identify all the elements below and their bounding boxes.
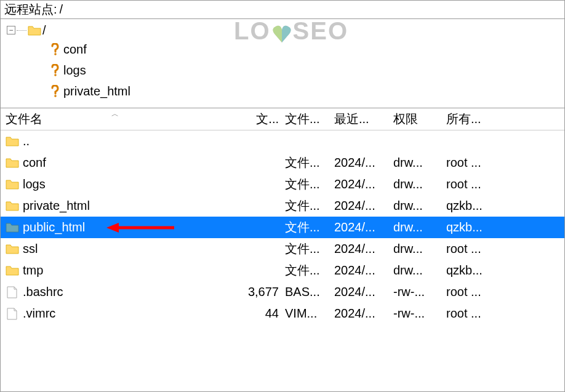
file-name: .bashrc xyxy=(23,285,63,299)
file-perm: drw... xyxy=(391,263,444,278)
folder-icon xyxy=(6,135,19,148)
file-list-panel: 文件名 ︿ 文... 文件... 最近... 权限 所有... ..conf文件… xyxy=(0,108,565,392)
file-date: 2024/... xyxy=(332,199,391,213)
file-perm: -rw-... xyxy=(391,306,444,321)
directory-tree[interactable]: − / conf logs private_html xyxy=(1,19,564,108)
list-row[interactable]: conf文件...2024/...drw...root ... xyxy=(1,152,564,174)
remote-site-label: 远程站点: xyxy=(4,1,57,18)
column-header-type[interactable]: 文件... xyxy=(282,111,332,127)
question-icon xyxy=(49,64,61,76)
file-owner: qzkb... xyxy=(444,220,499,234)
question-icon xyxy=(49,43,61,55)
file-perm: drw... xyxy=(391,220,444,234)
remote-path-input[interactable] xyxy=(57,2,561,17)
file-date: 2024/... xyxy=(332,220,391,234)
tree-children: conf logs private_html xyxy=(35,39,564,102)
list-header: 文件名 ︿ 文... 文件... 最近... 权限 所有... xyxy=(1,108,564,130)
folder-icon xyxy=(6,200,19,212)
column-header-perm[interactable]: 权限 xyxy=(391,111,444,127)
remote-path-bar: 远程站点: xyxy=(1,1,564,19)
file-type: 文件... xyxy=(282,198,332,214)
file-owner: root ... xyxy=(444,156,499,170)
file-name: logs xyxy=(23,177,46,191)
tree-item[interactable]: conf xyxy=(35,39,564,60)
tree-item[interactable]: private_html xyxy=(35,81,564,102)
file-perm: drw... xyxy=(391,156,444,170)
file-date: 2024/... xyxy=(332,242,391,256)
tree-collapse-toggle[interactable]: − xyxy=(7,26,15,34)
tree-connector xyxy=(17,30,26,31)
file-size: 44 xyxy=(246,306,282,321)
file-date: 2024/... xyxy=(332,263,391,278)
file-name: .. xyxy=(23,134,30,148)
file-name: conf xyxy=(23,156,46,170)
list-row[interactable]: logs文件...2024/...drw...root ... xyxy=(1,174,564,195)
list-row[interactable]: public_html文件...2024/...drw...qzkb... xyxy=(1,217,564,238)
folder-icon xyxy=(6,157,19,169)
file-perm: drw... xyxy=(391,242,444,256)
file-icon xyxy=(6,308,19,320)
sort-indicator-icon: ︿ xyxy=(111,111,119,119)
file-name: .vimrc xyxy=(23,306,55,321)
list-row[interactable]: .bashrc3,677BAS...2024/...-rw-...root ..… xyxy=(1,281,564,303)
tree-item-label: conf xyxy=(63,42,87,57)
folder-icon xyxy=(6,265,19,277)
file-owner: root ... xyxy=(444,306,499,321)
list-row[interactable]: .. xyxy=(1,130,564,152)
file-name: private_html xyxy=(23,199,90,213)
file-type: VIM... xyxy=(282,306,332,321)
file-list-body: ..conf文件...2024/...drw...root ...logs文件.… xyxy=(1,130,564,324)
tree-root-row[interactable]: − / xyxy=(7,22,564,39)
file-owner: qzkb... xyxy=(444,263,499,278)
file-type: 文件... xyxy=(282,262,332,279)
column-header-name[interactable]: 文件名 ︿ xyxy=(1,111,246,127)
file-icon xyxy=(6,286,19,298)
folder-icon xyxy=(6,222,19,234)
file-owner: root ... xyxy=(444,285,499,299)
column-header-date[interactable]: 最近... xyxy=(332,111,391,127)
file-type: 文件... xyxy=(282,176,332,193)
list-row[interactable]: ssl文件...2024/...drw...root ... xyxy=(1,238,564,260)
remote-tree-panel: 远程站点: − / conf logs private_html xyxy=(0,0,565,108)
file-perm: -rw-... xyxy=(391,285,444,299)
column-header-owner[interactable]: 所有... xyxy=(444,111,499,127)
file-type: BAS... xyxy=(282,285,332,299)
file-size: 3,677 xyxy=(246,285,282,299)
file-perm: drw... xyxy=(391,177,444,191)
file-date: 2024/... xyxy=(332,306,391,321)
question-icon xyxy=(49,85,61,97)
folder-icon xyxy=(6,178,19,191)
file-type: 文件... xyxy=(282,219,332,236)
tree-root-label: / xyxy=(42,23,46,38)
list-row[interactable]: tmp文件...2024/...drw...qzkb... xyxy=(1,260,564,281)
file-name: public_html xyxy=(23,220,85,234)
file-owner: qzkb... xyxy=(444,199,499,213)
folder-icon xyxy=(6,243,19,255)
file-date: 2024/... xyxy=(332,177,391,191)
tree-item-label: logs xyxy=(63,63,86,78)
file-owner: root ... xyxy=(444,242,499,256)
file-name: ssl xyxy=(23,242,38,256)
column-header-size[interactable]: 文... xyxy=(246,111,282,127)
file-date: 2024/... xyxy=(332,156,391,170)
file-name: tmp xyxy=(23,263,43,278)
file-type: 文件... xyxy=(282,154,332,171)
tree-item-label: private_html xyxy=(63,84,130,98)
file-perm: drw... xyxy=(391,199,444,213)
file-type: 文件... xyxy=(282,241,332,257)
tree-item[interactable]: logs xyxy=(35,60,564,81)
folder-icon xyxy=(28,25,41,36)
file-owner: root ... xyxy=(444,177,499,191)
file-date: 2024/... xyxy=(332,285,391,299)
arrow-left-icon xyxy=(106,222,174,233)
list-row[interactable]: private_html文件...2024/...drw...qzkb... xyxy=(1,195,564,217)
list-row[interactable]: .vimrc44VIM...2024/...-rw-...root ... xyxy=(1,303,564,324)
